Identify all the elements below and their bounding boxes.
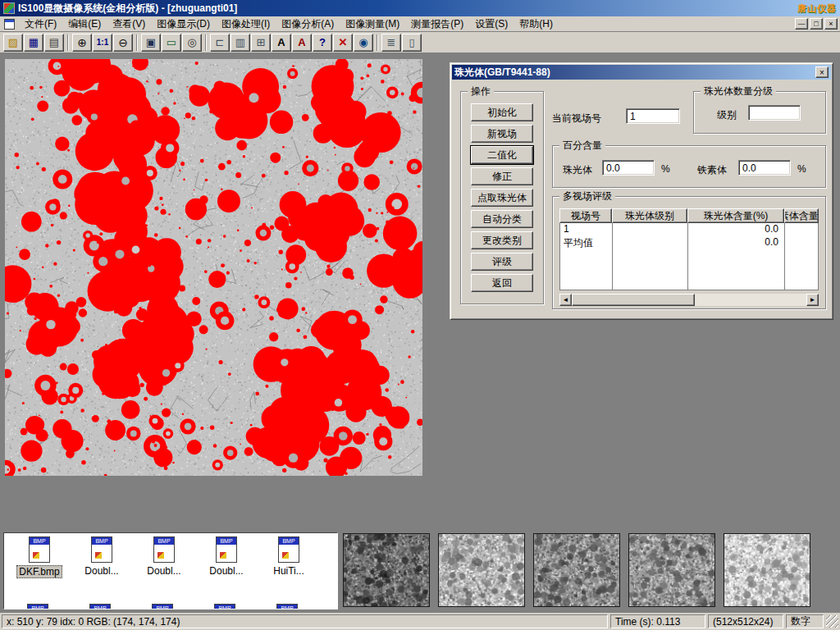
auto-classify-button[interactable]: 自动分类 [471, 210, 533, 228]
help-button[interactable]: ? [313, 34, 332, 52]
help-icon: ? [319, 36, 326, 48]
image-size-status: (512x512x24) [708, 614, 783, 628]
file-name: HuiTi... [272, 565, 306, 577]
table-row[interactable]: 1 0.0 [560, 223, 818, 236]
display-icon: ▭ [167, 36, 176, 48]
grade-input[interactable] [748, 105, 801, 121]
cell-field: 1 [564, 223, 569, 235]
text-a-icon: A [277, 36, 285, 48]
menu-image-analysis[interactable]: 图像分析(A) [276, 16, 340, 32]
bmp-file-icon: BMP [29, 536, 50, 563]
binarize-button[interactable]: 二值化 [471, 146, 533, 164]
percent-group-label: 百分含量 [559, 139, 605, 153]
menu-view[interactable]: 查看(V) [107, 16, 151, 32]
minimize-button[interactable]: — [795, 18, 808, 30]
file-item[interactable]: BMP Doubl... [71, 536, 132, 577]
pearlite-label: 珠光体 [563, 163, 592, 177]
menu-settings[interactable]: 设置(S) [469, 16, 514, 32]
vertical-ruler-button[interactable]: ▯ [402, 34, 422, 52]
menu-help[interactable]: 帮助(H) [514, 16, 559, 32]
scrollbar-thumb[interactable] [572, 294, 695, 306]
zoom-in-button[interactable]: ⊕ [72, 34, 92, 52]
change-class-button[interactable]: 更改类别 [471, 231, 533, 249]
camera-button[interactable]: ◎ [182, 34, 202, 52]
workspace: 珠光体(GB/T9441-88) × 操作 初始化 新视场 二值化 修正 点取珠… [0, 53, 840, 529]
menu-image-measure[interactable]: 图像测量(M) [340, 16, 405, 32]
cursor-position-status: x: 510 y: 79 idx: 0 RGB: (174, 174, 174) [2, 614, 608, 628]
resize-grip[interactable] [826, 615, 838, 628]
status-bar: x: 510 y: 79 idx: 0 RGB: (174, 174, 174)… [0, 613, 840, 630]
menu-image-display[interactable]: 图像显示(D) [151, 16, 216, 32]
annotate-text-button[interactable]: A [272, 34, 291, 52]
menu-file[interactable]: 文件(F) [19, 16, 62, 32]
eye-icon: ◉ [358, 36, 368, 48]
operations-group: 操作 初始化 新视场 二值化 修正 点取珠光体 自动分类 更改类别 评级 返回 [460, 91, 544, 304]
open-button[interactable]: ▨ [3, 34, 23, 52]
table-row[interactable]: 平均值 0.0 [560, 236, 818, 249]
caliper-button[interactable]: ⊏ [210, 34, 230, 52]
menu-report[interactable]: 测量报告(P) [405, 16, 469, 32]
correct-button[interactable]: 修正 [471, 167, 533, 185]
bmp-file-icon[interactable]: BMP [214, 604, 235, 609]
histogram-button[interactable]: ≣ [381, 34, 401, 52]
dialog-close-button[interactable]: × [815, 66, 829, 78]
actual-size-button[interactable]: 1:1 [93, 34, 112, 52]
delete-tool-button[interactable]: ✕ [333, 34, 353, 52]
table-header-row: 视场号 珠光体级别 珠光体含量(%) 铁素体含量(%) [559, 208, 819, 223]
menu-edit[interactable]: 编辑(E) [62, 16, 107, 32]
pearlite-percent-input[interactable] [602, 160, 655, 176]
new-field-button[interactable]: 新视场 [471, 125, 533, 143]
preview-thumbnail[interactable] [438, 533, 525, 607]
preview-thumbnail[interactable] [724, 533, 810, 607]
eye-tool-button[interactable]: ◉ [354, 34, 373, 52]
column-header-grade: 珠光体级别 [612, 208, 687, 223]
ferrite-percent-input[interactable] [738, 160, 791, 176]
pick-pearlite-button[interactable]: 点取珠光体 [471, 189, 533, 207]
file-item[interactable]: BMP Doubl... [196, 536, 257, 577]
table-horizontal-scrollbar[interactable]: ◄ ► [559, 294, 819, 306]
scroll-right-arrow[interactable]: ► [806, 294, 819, 306]
close-child-button[interactable]: × [824, 18, 838, 30]
preview-thumbnail[interactable] [533, 533, 620, 607]
column-header-pearlite: 珠光体含量(%) [687, 208, 784, 223]
preview-thumbnail[interactable] [628, 533, 715, 607]
child-window-icon[interactable] [4, 19, 15, 30]
annotate-text-style-button[interactable]: A [292, 34, 312, 52]
print-button[interactable]: ▤ [44, 34, 64, 52]
save-button[interactable]: ▦ [24, 34, 43, 52]
bmp-file-icon[interactable]: BMP [276, 604, 298, 609]
menu-bar: 文件(F) 编辑(E) 查看(V) 图像显示(D) 图像处理(I) 图像分析(A… [0, 16, 840, 32]
file-name: Doubl... [145, 565, 182, 577]
init-button[interactable]: 初始化 [471, 103, 533, 121]
metallograph-image[interactable] [5, 59, 422, 476]
scroll-left-arrow[interactable]: ◄ [559, 294, 572, 306]
grade-button[interactable]: 评级 [471, 253, 533, 271]
scrollbar-track[interactable] [695, 294, 806, 306]
zoom-out-button[interactable]: ⊖ [113, 34, 133, 52]
file-item[interactable]: BMP DKF.bmp [9, 536, 70, 578]
multifield-group: 多视场评级 视场号 珠光体级别 珠光体含量(%) 铁素体含量(%) [552, 196, 826, 309]
ruler-icon: ▥ [235, 36, 245, 48]
bmp-file-icon[interactable]: BMP [152, 604, 173, 609]
menu-image-process[interactable]: 图像处理(I) [216, 16, 276, 32]
bmp-file-icon[interactable]: BMP [27, 604, 48, 609]
display-button[interactable]: ▭ [162, 34, 181, 52]
dialog-title-bar[interactable]: 珠光体(GB/T9441-88) × [452, 65, 831, 80]
file-item[interactable]: BMP Doubl... [134, 536, 194, 577]
measure-button[interactable]: ⊞ [251, 34, 271, 52]
bmp-file-icon[interactable]: BMP [89, 604, 111, 609]
capture-button[interactable]: ▣ [141, 34, 161, 52]
current-field-input[interactable] [626, 108, 680, 124]
ruler-button[interactable]: ▥ [231, 34, 250, 52]
restore-button[interactable]: □ [810, 18, 823, 30]
zoom-out-icon: ⊖ [118, 36, 128, 49]
app-icon[interactable] [3, 2, 15, 14]
file-item[interactable]: BMP HuiTi... [258, 536, 319, 577]
operations-group-label: 操作 [468, 84, 494, 98]
cell-pearlite: 0.0 [688, 236, 778, 248]
pearlite-unit: % [661, 163, 670, 175]
file-name: Doubl... [83, 565, 120, 577]
return-button[interactable]: 返回 [471, 274, 533, 292]
current-field-label: 当前视场号 [552, 112, 601, 126]
preview-thumbnail[interactable] [343, 533, 430, 607]
